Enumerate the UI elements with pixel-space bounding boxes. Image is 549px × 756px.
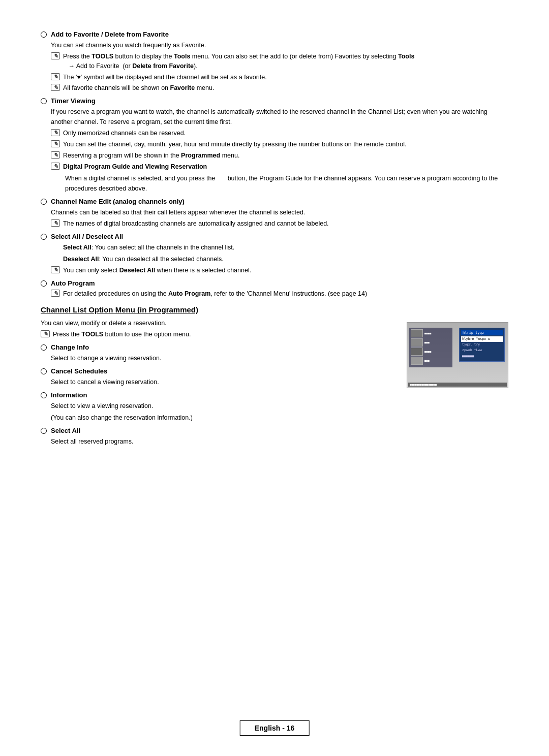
information-title: Information [51, 391, 87, 399]
select-all-cl-body: Select all reserved programs. [51, 436, 396, 447]
note-icon-tv2: ✎ [51, 151, 60, 159]
channel-name-edit-title: Channel Name Edit (analog channels only) [51, 198, 185, 205]
menu-item-1: tyqxl try [461, 342, 503, 348]
cancel-schedules-title: Cancel Schedules [51, 367, 107, 375]
note-icon-tv1: ✎ [51, 140, 60, 147]
timer-note-2-text: Reserving a program will be shown in the… [63, 151, 239, 161]
add-favorite-note-0-text: Press the TOOLS button to display the To… [63, 52, 414, 71]
bullet-circle-icon-sa [41, 234, 47, 240]
note-icon-1: ✎ [51, 73, 60, 80]
section-auto-program: Auto Program ✎ For detailed procedures o… [41, 279, 508, 299]
add-favorite-note-2-text: All favorite channels will be shown on F… [63, 83, 214, 93]
select-all-title: Select All / Deselect All [51, 233, 123, 240]
note-icon-2: ✎ [51, 84, 60, 91]
lp-row-2: ■■■■ [411, 348, 451, 356]
change-info-title: Change Info [51, 343, 89, 351]
channel-list-intro: You can view, modify or delete a reserva… [41, 318, 396, 328]
lp-row-0: ■■■■ [411, 329, 451, 337]
sa-note-0-text: You can only select Deselect All when th… [63, 266, 251, 275]
channel-list-heading: Channel List Option Menu (in Programmed) [41, 305, 508, 314]
add-favorite-note-0: ✎ Press the TOOLS button to display the … [51, 52, 508, 71]
lp-text-0: ■■■■ [424, 332, 431, 335]
add-favorite-title: Add to Favorite / Delete from Favorite [51, 30, 169, 38]
lp-thumb-0 [411, 329, 423, 337]
sub-information: Information Select to view a viewing res… [41, 391, 396, 423]
lp-thumb-2 [411, 348, 423, 356]
section-channel-list-option: Channel List Option Menu (in Programmed)… [41, 305, 508, 451]
menu-title: hlrip tyqz [461, 330, 503, 335]
bullet-circle-icon-ci [41, 344, 47, 351]
section-select-all: Select All / Deselect All Select All: Yo… [41, 233, 508, 275]
change-info-body: Select to change a viewing reservation. [51, 353, 396, 363]
note-icon-sa0: ✎ [51, 266, 60, 273]
timer-note-0: ✎ Only memorized channels can be reserve… [51, 129, 508, 138]
bullet-circle-icon-cs [41, 368, 47, 374]
add-favorite-note-2: ✎ All favorite channels will be shown on… [51, 83, 508, 93]
select-all-item-0: Select All: You can select all the chann… [63, 242, 508, 253]
timer-note-1-text: You can set the channel, day, month, yea… [63, 140, 406, 149]
lp-row-3: ■■■ [411, 357, 451, 365]
ap-note-0: ✎ For detailed procedures on using the A… [51, 289, 508, 299]
note-icon-tv0: ✎ [51, 129, 60, 136]
cancel-schedules-body: Select to cancel a viewing reservation. [51, 377, 396, 387]
cne-note-0-text: The names of digital broadcasting channe… [63, 219, 329, 229]
lp-text-2: ■■■■ [424, 350, 431, 353]
screen-bg: ■■■■ ■■■ ■■■■ [407, 323, 508, 388]
sa-note-0: ✎ You can only select Deselect All when … [51, 266, 508, 275]
digital-guide-title-line: ✎ Digital Program Guide and Viewing Rese… [51, 162, 508, 172]
lp-row-1: ■■■ [411, 338, 451, 346]
channel-name-edit-body: Channels can be labeled so that their ca… [51, 207, 508, 217]
cne-note-0: ✎ The names of digital broadcasting chan… [51, 219, 508, 229]
screen-bottom-bar: ■■■■■■■■■■■■■■■■ [408, 383, 507, 387]
lp-thumb-1 [411, 338, 423, 346]
section-add-favorite: Add to Favorite / Delete from Favorite Y… [41, 30, 508, 93]
bullet-circle-icon-ap [41, 280, 47, 287]
add-favorite-body: You can set channels you watch frequentl… [51, 40, 508, 50]
information-sub-body: (You can also change the reservation inf… [51, 413, 396, 423]
add-favorite-note-1-text: The '♥' symbol will be displayed and the… [63, 73, 267, 82]
section-timer-viewing: Timer Viewing If you reserve a program y… [41, 97, 508, 194]
add-favorite-note-1: ✎ The '♥' symbol will be displayed and t… [51, 73, 508, 82]
lp-text-3: ■■■ [424, 359, 430, 362]
note-icon-tv3: ✎ [51, 163, 60, 170]
note-icon-cl0: ✎ [41, 330, 50, 337]
menu-item-0: hlybre "nspo w [461, 336, 503, 342]
menu-item-3: ■■■■■■ [461, 354, 503, 359]
timer-note-1: ✎ You can set the channel, day, month, y… [51, 140, 508, 149]
select-all-item-1: Deselect All: You can deselect all the s… [63, 254, 508, 264]
bullet-circle-icon-info [41, 392, 47, 398]
select-all-cl-title: Select All [51, 427, 80, 434]
digital-guide-title: Digital Program Guide and Viewing Reserv… [63, 162, 207, 172]
timer-note-0-text: Only memorized channels can be reserved. [63, 129, 186, 138]
channel-list-two-col: You can view, modify or delete a reserva… [41, 318, 508, 451]
bullet-circle-icon-sacl [41, 428, 47, 434]
ap-note-0-text: For detailed procedures on using the Aut… [63, 289, 367, 299]
note-icon-ap0: ✎ [51, 290, 60, 297]
tv-screenshot-container: ■■■■ ■■■ ■■■■ [407, 318, 508, 451]
footer-page-label: English - 16 [240, 720, 310, 736]
information-body: Select to view a viewing reservation. [51, 401, 396, 411]
lp-text-1: ■■■ [424, 341, 430, 344]
menu-item-2: zpwoh *Lww [461, 348, 503, 353]
sub-change-info: Change Info Select to change a viewing r… [41, 343, 396, 363]
bullet-circle-icon [41, 32, 47, 38]
section-channel-name-edit: Channel Name Edit (analog channels only)… [41, 198, 508, 229]
note-icon-cne0: ✎ [51, 219, 60, 227]
left-panel: ■■■■ ■■■ ■■■■ [409, 328, 452, 367]
page-content: Add to Favorite / Delete from Favorite Y… [0, 0, 549, 496]
digital-guide-sub: ✎ Digital Program Guide and Viewing Rese… [51, 162, 508, 194]
timer-note-2: ✎ Reserving a program will be shown in t… [51, 151, 508, 161]
sub-cancel-schedules: Cancel Schedules Select to cancel a view… [41, 367, 396, 387]
digital-guide-body: When a digital channel is selected, and … [65, 173, 508, 194]
tv-screenshot: ■■■■ ■■■ ■■■■ [407, 322, 508, 388]
channel-list-tools-note: ✎ Press the TOOLS button to use the opti… [41, 330, 396, 339]
bullet-circle-icon-tv [41, 98, 47, 104]
channel-list-left: You can view, modify or delete a reserva… [41, 318, 396, 451]
auto-program-title: Auto Program [51, 279, 95, 287]
menu-box: hlrip tyqz hlybre "nspo w tyqxl try zpwo… [459, 328, 505, 361]
timer-viewing-title: Timer Viewing [51, 97, 96, 105]
timer-viewing-body: If you reserve a program you want to wat… [51, 107, 508, 127]
bullet-circle-icon-cne [41, 199, 47, 205]
tools-icon: ✎ [51, 52, 60, 59]
channel-list-tools-note-text: Press the TOOLS button to use the option… [53, 330, 191, 339]
